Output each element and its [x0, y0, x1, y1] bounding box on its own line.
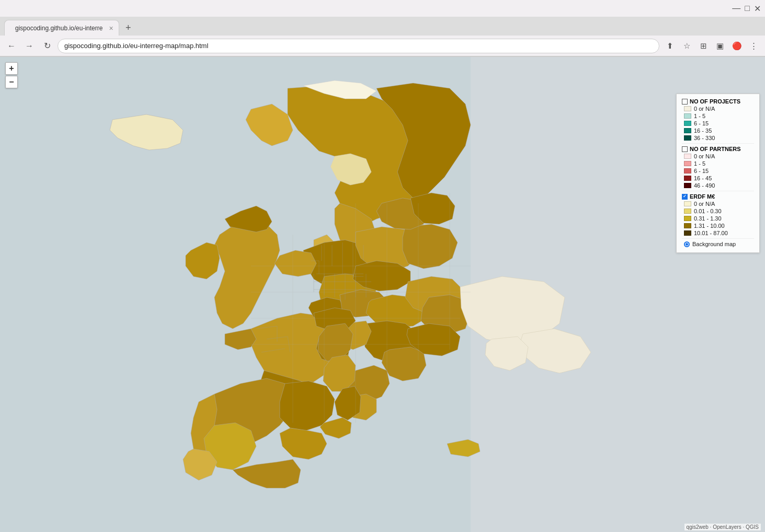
legend-divider-1: [682, 143, 754, 144]
attribution-text: qgis2web · OpenLayers · QGIS: [687, 524, 759, 530]
map-controls: + −: [5, 62, 18, 88]
legend-section-erdf-title: ERDF M€: [682, 193, 754, 200]
partners-label-1: 1 - 5: [694, 160, 705, 167]
projects-title-label: NO OF PROJECTS: [690, 98, 740, 105]
projects-checkbox[interactable]: [682, 99, 688, 105]
address-bar-row: ← → ↻ ⬆ ☆ ⊞ ▣ 🔴 ⋮: [0, 36, 765, 56]
address-bar[interactable]: [58, 39, 659, 53]
background-label: Background map: [692, 241, 736, 247]
share-icon[interactable]: ⬆: [663, 39, 677, 53]
profile-icon[interactable]: 🔴: [729, 39, 744, 53]
legend-item-partners-3: 16 - 45: [684, 175, 754, 181]
partners-color-4: [684, 183, 691, 188]
erdf-color-2: [684, 216, 691, 221]
erdf-color-3: [684, 223, 691, 228]
legend-item-projects-2: 6 - 15: [684, 120, 754, 126]
legend-item-partners-4: 46 - 490: [684, 182, 754, 189]
partners-checkbox[interactable]: [682, 146, 688, 152]
projects-color-4: [684, 135, 691, 141]
erdf-color-4: [684, 230, 691, 236]
legend-panel: NO OF PROJECTS 0 or N/A 1 - 5 6 - 15 16 …: [676, 94, 760, 253]
erdf-label-1: 0.01 - 0.30: [694, 208, 722, 214]
back-button[interactable]: ←: [4, 39, 19, 53]
partners-color-3: [684, 176, 691, 181]
title-bar: — □ ✕: [0, 0, 765, 17]
bookmark-icon[interactable]: ☆: [679, 39, 694, 53]
partners-color-2: [684, 168, 691, 174]
legend-item-partners-2: 6 - 15: [684, 168, 754, 174]
legend-divider-2: [682, 191, 754, 191]
browser-tab-active[interactable]: gispocoding.github.io/eu-interre ×: [4, 20, 119, 36]
menu-icon[interactable]: ⋮: [746, 39, 761, 53]
map-svg: [0, 57, 765, 532]
legend-section-projects-title: NO OF PROJECTS: [682, 98, 754, 105]
legend-item-background: Background map: [684, 241, 754, 247]
new-tab-button[interactable]: +: [123, 20, 133, 36]
projects-label-1: 1 - 5: [694, 113, 705, 119]
projects-label-4: 36 - 330: [694, 135, 715, 141]
tab-close-button[interactable]: ×: [109, 24, 113, 32]
close-icon[interactable]: ✕: [754, 4, 761, 14]
projects-color-0: [684, 106, 691, 111]
extension-icon[interactable]: ⊞: [696, 39, 711, 53]
erdf-checkbox[interactable]: [682, 194, 688, 200]
erdf-label-4: 10.01 - 87.00: [694, 230, 728, 236]
legend-item-erdf-3: 1.31 - 10.00: [684, 223, 754, 229]
title-bar-controls: — □ ✕: [732, 4, 761, 14]
partners-color-1: [684, 161, 691, 166]
maximize-icon[interactable]: □: [745, 4, 750, 13]
toolbar-icons: ⬆ ☆ ⊞ ▣ 🔴 ⋮: [663, 39, 761, 53]
erdf-label-3: 1.31 - 10.00: [694, 223, 725, 229]
legend-item-partners-0: 0 or N/A: [684, 153, 754, 159]
legend-item-erdf-0: 0 or N/A: [684, 201, 754, 207]
legend-item-partners-1: 1 - 5: [684, 160, 754, 167]
legend-item-projects-0: 0 or N/A: [684, 106, 754, 112]
erdf-color-0: [684, 201, 691, 206]
zoom-in-button[interactable]: +: [5, 62, 18, 75]
split-view-icon[interactable]: ▣: [713, 39, 727, 53]
partners-label-3: 16 - 45: [694, 175, 712, 181]
projects-color-1: [684, 113, 691, 119]
erdf-label-0: 0 or N/A: [694, 201, 715, 207]
reload-button[interactable]: ↻: [40, 39, 54, 53]
legend-item-erdf-1: 0.01 - 0.30: [684, 208, 754, 214]
minimize-icon[interactable]: —: [732, 4, 740, 13]
projects-label-3: 16 - 35: [694, 128, 712, 134]
erdf-label-2: 0.31 - 1.30: [694, 215, 722, 222]
projects-label-0: 0 or N/A: [694, 106, 715, 112]
partners-title-label: NO OF PARTNERS: [690, 146, 741, 152]
zoom-out-button[interactable]: −: [5, 76, 18, 88]
projects-label-2: 6 - 15: [694, 120, 709, 126]
tab-bar: gispocoding.github.io/eu-interre × +: [0, 17, 765, 36]
partners-label-4: 46 - 490: [694, 182, 715, 189]
legend-divider-3: [682, 238, 754, 239]
background-radio[interactable]: [684, 241, 690, 247]
attribution: qgis2web · OpenLayers · QGIS: [684, 524, 761, 530]
partners-color-0: [684, 154, 691, 159]
tab-title: gispocoding.github.io/eu-interre: [15, 25, 102, 32]
partners-label-0: 0 or N/A: [694, 153, 715, 159]
erdf-title-label: ERDF M€: [690, 193, 715, 200]
legend-section-partners-title: NO OF PARTNERS: [682, 146, 754, 152]
forward-button[interactable]: →: [22, 39, 37, 53]
erdf-color-1: [684, 209, 691, 214]
map-container[interactable]: + − NO OF PROJECTS 0 or N/A 1 - 5 6 - 15…: [0, 57, 765, 532]
browser-chrome: — □ ✕ gispocoding.github.io/eu-interre ×…: [0, 0, 765, 57]
legend-item-projects-3: 16 - 35: [684, 128, 754, 134]
legend-item-projects-1: 1 - 5: [684, 113, 754, 119]
legend-item-erdf-4: 10.01 - 87.00: [684, 230, 754, 236]
partners-label-2: 6 - 15: [694, 168, 709, 174]
projects-color-3: [684, 128, 691, 133]
legend-item-erdf-2: 0.31 - 1.30: [684, 215, 754, 222]
legend-item-projects-4: 36 - 330: [684, 135, 754, 141]
projects-color-2: [684, 121, 691, 126]
